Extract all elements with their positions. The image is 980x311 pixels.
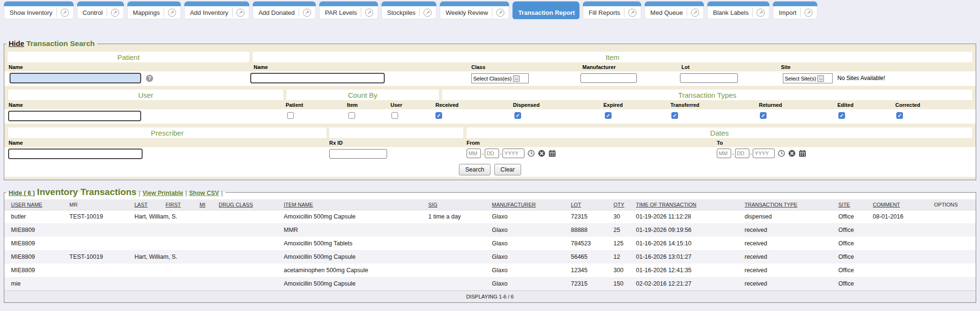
column-header-lot[interactable]: LOT (564, 199, 607, 210)
open-new-window-icon[interactable]: ↗ (804, 9, 813, 17)
open-new-window-icon[interactable]: ↗ (236, 9, 245, 17)
type-edited-checkbox[interactable] (838, 112, 845, 119)
from-day-input[interactable] (485, 149, 499, 158)
from-clear-icon[interactable] (538, 150, 546, 157)
open-new-window-icon[interactable]: ↗ (365, 9, 373, 17)
open-new-window-icon[interactable]: ↗ (496, 9, 504, 17)
lot-label: Lot (681, 64, 690, 70)
hide-results-link[interactable]: Hide ( 6 ) (9, 189, 35, 196)
tab-control[interactable]: Control ↗ (77, 1, 124, 19)
manufacturer-input[interactable] (580, 73, 637, 83)
column-header-mi[interactable]: MI (193, 199, 212, 210)
open-new-window-icon[interactable]: ↗ (303, 9, 311, 17)
count-by-user-checkbox[interactable] (391, 112, 398, 119)
column-header-comment[interactable]: COMMENT (866, 199, 927, 210)
rx-id-input[interactable] (329, 149, 387, 159)
column-header-time-of-transaction[interactable]: TIME OF TRANSACTION (629, 199, 738, 210)
count-by-item-checkbox[interactable] (348, 112, 355, 119)
cell-patient-name: Hart, William, S. (128, 250, 212, 264)
from-year-input[interactable] (502, 149, 524, 158)
patient-name-input[interactable] (10, 73, 141, 83)
site-browse-button[interactable]: ... (817, 75, 824, 82)
open-new-window-icon[interactable]: ↗ (168, 9, 176, 17)
tab-med-queue[interactable]: Med Queue ↗ (645, 1, 704, 19)
to-day-input[interactable] (735, 149, 749, 158)
prescriber-name-input[interactable] (8, 149, 143, 159)
column-header-first[interactable]: FIRST (159, 199, 193, 210)
transactions-table: USER NAME MR LAST FIRST MI DRUG CLASS IT… (4, 199, 976, 302)
column-header-manufacturer[interactable]: MANUFACTURER (485, 199, 564, 210)
inventory-transactions-title: Inventory Transactions (37, 187, 136, 197)
count-by-patient-label: Patient (286, 102, 303, 108)
to-month-input[interactable] (717, 149, 731, 158)
type-corrected-checkbox[interactable] (896, 112, 903, 119)
count-by-patient-checkbox[interactable] (287, 112, 294, 119)
column-header-site[interactable]: SITE (832, 199, 866, 210)
from-month-input[interactable] (467, 149, 481, 158)
tab-import[interactable]: Import ↗ (773, 1, 817, 19)
type-dispensed-checkbox[interactable] (514, 112, 521, 119)
item-name-input[interactable] (250, 73, 385, 83)
type-expired-checkbox[interactable] (605, 112, 612, 119)
cell-patient-name (128, 237, 212, 250)
show-csv-link[interactable]: Show CSV (189, 190, 219, 196)
open-new-window-icon[interactable]: ↗ (61, 9, 69, 17)
tab-divider (232, 8, 233, 17)
table-row: MIE8809 MMR Glaxo 88888 25 01-19-2026 09… (4, 223, 976, 237)
view-printable-link[interactable]: View Printable (143, 190, 183, 196)
paging-status: DISPLAYING 1-6 / 6 (4, 290, 976, 302)
tab-add-inventory[interactable]: Add Inventory ↗ (184, 1, 249, 19)
search-button[interactable]: Search (459, 164, 490, 175)
tab-weekly-review[interactable]: Weekly Review ↗ (440, 1, 509, 19)
patient-name-help-icon[interactable]: ? (146, 75, 153, 82)
type-received-checkbox[interactable] (435, 112, 442, 119)
column-header-sig[interactable]: SIG (422, 199, 485, 210)
tab-label: Mappings (133, 9, 160, 16)
tab-transaction-report[interactable]: Transaction Report ↗ (512, 1, 579, 19)
to-time-icon[interactable] (778, 150, 785, 157)
tab-accent-bar (127, 1, 181, 6)
column-header-mr: MR (63, 199, 128, 210)
class-select[interactable]: Select Class(es) ... (471, 73, 529, 83)
column-header-qty[interactable]: QTY (607, 199, 629, 210)
open-new-window-icon[interactable]: ↗ (691, 9, 699, 17)
open-new-window-icon[interactable]: ↗ (111, 9, 119, 17)
tab-fill-reports[interactable]: Fill Reports ↗ (583, 1, 641, 19)
table-footer-row: DISPLAYING 1-6 / 6 (4, 290, 976, 302)
column-header-item-name[interactable]: ITEM NAME (277, 199, 422, 210)
cell-sig (422, 223, 485, 237)
column-header-user-name[interactable]: USER NAME (4, 199, 63, 210)
to-calendar-icon[interactable] (799, 150, 806, 157)
tab-stockpiles[interactable]: Stockpiles ↗ (381, 1, 436, 19)
tab-blank-labels[interactable]: Blank Labels ↗ (707, 1, 769, 19)
hide-search-link[interactable]: Hide (9, 39, 24, 47)
tab-accent-bar (512, 1, 579, 6)
column-header-drug-class[interactable]: DRUG CLASS (212, 199, 277, 210)
type-returned-checkbox[interactable] (760, 112, 767, 119)
cell-item-name: Amoxicillin 500mg Capsule (277, 210, 422, 223)
to-clear-icon[interactable] (788, 150, 796, 157)
lot-input[interactable] (680, 73, 738, 83)
site-select[interactable]: Select Site(s) ... (783, 73, 833, 83)
from-calendar-icon[interactable] (548, 150, 556, 157)
class-browse-button[interactable]: ... (513, 75, 520, 82)
from-time-icon[interactable] (527, 150, 535, 157)
tab-par-levels[interactable]: PAR Levels ↗ (319, 1, 378, 19)
item-section-header: Item (605, 53, 619, 61)
open-new-window-icon[interactable]: ↗ (757, 9, 765, 17)
tab-mappings[interactable]: Mappings ↗ (127, 1, 181, 19)
user-name-input[interactable] (8, 111, 141, 121)
open-new-window-icon[interactable]: ↗ (628, 9, 636, 17)
cell-user-name: MIE8809 (4, 250, 63, 264)
cell-item-name: acetaminophen 500mg Capsule (277, 264, 422, 277)
open-new-window-icon[interactable]: ↗ (423, 9, 432, 17)
type-transferred-checkbox[interactable] (671, 112, 678, 119)
column-header-transaction-type[interactable]: TRANSACTION TYPE (738, 199, 832, 210)
tab-show-inventory[interactable]: Show Inventory ↗ (4, 1, 74, 19)
column-header-last[interactable]: LAST (128, 199, 159, 210)
to-year-input[interactable] (753, 149, 775, 158)
clear-button[interactable]: Clear (494, 164, 521, 175)
tab-add-donated[interactable]: Add Donated ↗ (253, 1, 316, 19)
cell-lot: 72315 (564, 210, 607, 223)
cell-time-of-transaction: 01-19-2026 11:12:28 (629, 210, 738, 223)
